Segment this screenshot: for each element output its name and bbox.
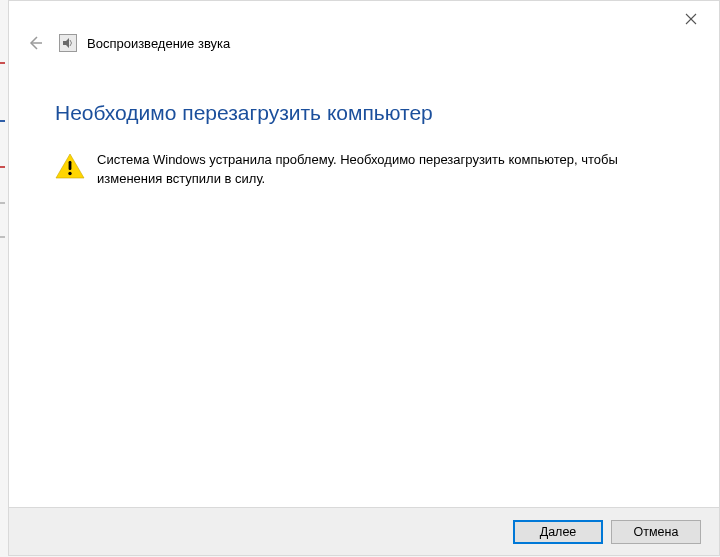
cancel-button[interactable]: Отмена [611,520,701,544]
content-area: Необходимо перезагрузить компьютер Систе… [55,101,679,189]
sound-troubleshooter-icon [59,34,77,52]
header: Воспроизведение звука [23,29,705,57]
main-heading: Необходимо перезагрузить компьютер [55,101,679,125]
edge-artifact [0,166,5,168]
window-title: Воспроизведение звука [87,36,230,51]
close-icon [685,13,697,25]
back-arrow-icon [27,35,43,51]
back-button[interactable] [23,31,47,55]
edge-artifact [0,120,5,122]
edge-artifact [0,202,5,204]
edge-artifact [0,236,5,238]
message-text: Система Windows устранила проблему. Необ… [97,151,679,189]
svg-point-6 [68,172,71,175]
next-button[interactable]: Далее [513,520,603,544]
svg-rect-5 [69,161,72,170]
message-row: Система Windows устранила проблему. Необ… [55,151,679,189]
troubleshooter-window: Воспроизведение звука Необходимо перезаг… [8,0,720,556]
edge-artifact [0,62,5,64]
warning-icon [55,153,85,179]
svg-marker-3 [63,38,69,48]
footer: Далее Отмена [9,507,719,555]
